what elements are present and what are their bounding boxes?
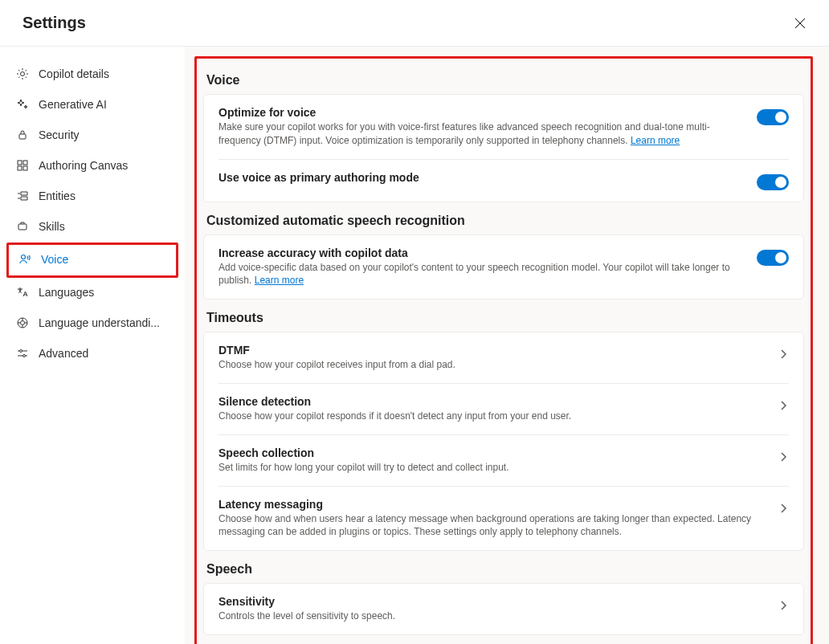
toggle-increase-accuracy[interactable] (757, 250, 789, 266)
row-dtmf[interactable]: DTMF Choose how your copilot receives in… (218, 332, 789, 383)
setting-description: Choose how and when users hear a latency… (218, 512, 762, 540)
sliders-icon (16, 347, 29, 360)
gear-icon (16, 67, 29, 80)
sidebar-item-label: Voice (41, 253, 68, 266)
card-timeouts: DTMF Choose how your copilot receives in… (203, 332, 804, 551)
setting-title: Silence detection (218, 395, 762, 408)
setting-title: Speech collection (218, 446, 762, 459)
toggle-optimize-voice[interactable] (757, 109, 789, 125)
page-title: Settings (22, 14, 86, 32)
skills-icon (16, 220, 29, 233)
brain-icon (16, 316, 29, 329)
section-title-voice: Voice (206, 73, 804, 88)
sidebar-item-languages[interactable]: Languages (6, 278, 178, 307)
learn-more-link[interactable]: Learn more (255, 275, 304, 286)
svg-rect-6 (18, 166, 22, 170)
sidebar-item-skills[interactable]: Skills (6, 212, 178, 241)
section-title-speech: Speech (206, 562, 804, 577)
sparkle-icon (16, 98, 29, 111)
setting-description: Choose how your copilot responds if it d… (218, 410, 762, 423)
section-title-timeouts: Timeouts (206, 311, 804, 325)
row-latency-messaging[interactable]: Latency messaging Choose how and when us… (218, 486, 789, 551)
section-title-casr: Customized automatic speech recognition (206, 214, 804, 228)
sidebar-item-label: Skills (39, 220, 65, 233)
svg-point-11 (21, 321, 25, 325)
card-casr: Increase accuracy with copilot data Add … (203, 234, 804, 300)
setting-title: Latency messaging (218, 498, 762, 511)
sidebar-item-label: Authoring Canvas (39, 159, 128, 172)
svg-point-2 (21, 72, 25, 76)
main-content: Voice Optimize for voice Make sure your … (185, 47, 829, 644)
row-sensitivity[interactable]: Sensitivity Controls the level of sensit… (218, 584, 789, 634)
sidebar-item-voice[interactable]: Voice (9, 245, 176, 274)
sidebar-item-label: Languages (39, 286, 94, 299)
row-primary-authoring: Use voice as primary authoring mode (218, 159, 789, 202)
sidebar: Copilot details Generative AI Security A… (0, 47, 185, 644)
sidebar-item-generative-ai[interactable]: Generative AI (6, 90, 178, 119)
close-button[interactable] (787, 10, 813, 36)
chevron-right-icon (778, 348, 789, 360)
svg-rect-7 (23, 166, 27, 170)
languages-icon (16, 286, 29, 299)
svg-rect-4 (18, 161, 22, 165)
setting-description: Controls the level of sensitivity to spe… (218, 609, 762, 623)
row-speech-collection[interactable]: Speech collection Set limits for how lon… (218, 434, 789, 486)
setting-description: Make sure your copilot works for you wit… (218, 120, 741, 148)
svg-point-14 (20, 350, 22, 353)
setting-description: Choose how your copilot receives input f… (218, 358, 762, 372)
svg-point-9 (22, 255, 26, 259)
svg-rect-5 (23, 161, 27, 165)
svg-rect-3 (19, 134, 26, 139)
setting-description: Set limits for how long your copilot wil… (218, 461, 762, 475)
grid-icon (16, 159, 29, 172)
sidebar-item-label: Language understandi... (39, 316, 160, 329)
toggle-primary-authoring[interactable] (757, 174, 789, 190)
sidebar-item-label: Entities (39, 190, 76, 202)
sidebar-item-label: Generative AI (39, 98, 107, 111)
svg-rect-8 (18, 224, 27, 230)
sidebar-item-security[interactable]: Security (6, 120, 178, 149)
chevron-right-icon (778, 503, 789, 514)
header: Settings (0, 0, 829, 47)
sidebar-item-advanced[interactable]: Advanced (6, 339, 178, 368)
setting-title: DTMF (218, 344, 762, 357)
chevron-right-icon (778, 400, 789, 411)
entities-icon (16, 190, 29, 202)
sidebar-item-language-understanding[interactable]: Language understandi... (6, 308, 178, 337)
sidebar-item-entities[interactable]: Entities (6, 181, 178, 210)
chevron-right-icon (778, 600, 789, 611)
row-silence-detection[interactable]: Silence detection Choose how your copilo… (218, 383, 789, 434)
sidebar-item-authoring-canvas[interactable]: Authoring Canvas (6, 151, 178, 180)
card-speech: Sensitivity Controls the level of sensit… (203, 583, 804, 635)
setting-title: Optimize for voice (218, 106, 741, 119)
sidebar-item-copilot-details[interactable]: Copilot details (6, 59, 178, 88)
sidebar-item-label: Advanced (39, 347, 88, 360)
setting-description: Add voice-specific data based on your co… (218, 261, 741, 288)
card-voice: Optimize for voice Make sure your copilo… (203, 94, 804, 202)
lock-icon (16, 128, 29, 141)
sidebar-item-label: Copilot details (39, 67, 109, 80)
row-optimize-voice: Optimize for voice Make sure your copilo… (218, 95, 789, 159)
setting-title: Sensitivity (218, 595, 762, 608)
close-icon (794, 17, 807, 30)
row-increase-accuracy: Increase accuracy with copilot data Add … (218, 235, 789, 300)
voice-icon (18, 253, 31, 266)
learn-more-link[interactable]: Learn more (631, 135, 680, 146)
chevron-right-icon (778, 451, 789, 463)
sidebar-item-label: Security (39, 128, 80, 141)
setting-title: Use voice as primary authoring mode (218, 171, 741, 184)
svg-point-15 (23, 355, 26, 357)
setting-title: Increase accuracy with copilot data (218, 247, 741, 259)
